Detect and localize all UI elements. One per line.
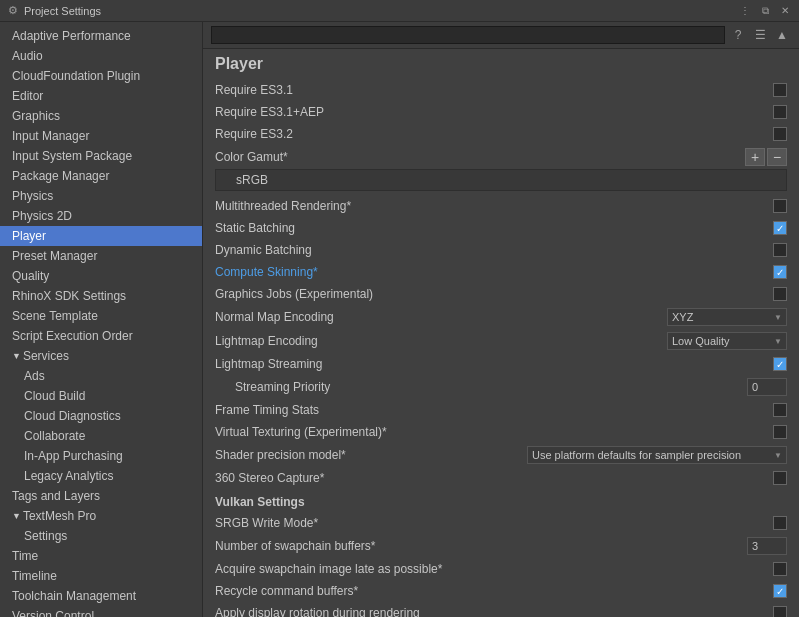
sidebar-item-label: CloudFoundation Plugin	[12, 69, 140, 83]
setting-label: Require ES3.1	[215, 83, 773, 97]
scroll-top-icon[interactable]: ▲	[773, 26, 791, 44]
sidebar-item-cloud-foundation-plugin[interactable]: CloudFoundation Plugin	[0, 66, 202, 86]
checkbox[interactable]: ✓	[773, 265, 787, 279]
sidebar-item-audio[interactable]: Audio	[0, 46, 202, 66]
sidebar-item-label: Legacy Analytics	[24, 469, 113, 483]
setting-row: Number of swapchain buffers*	[203, 534, 799, 558]
app-icon: ⚙	[6, 4, 20, 18]
checkbox[interactable]	[773, 471, 787, 485]
color-gamut-item: sRGB	[215, 169, 787, 191]
more-options-btn[interactable]: ⋮	[737, 3, 753, 19]
window-title: Project Settings	[24, 5, 737, 17]
setting-label: Streaming Priority	[215, 380, 747, 394]
setting-row: Frame Timing Stats	[203, 399, 799, 421]
sidebar-item-label: TextMesh Pro	[23, 509, 96, 523]
content-area: ? ☰ ▲ Player Require ES3.1Require ES3.1+…	[203, 22, 799, 617]
sidebar-item-rhinox-sdk-settings[interactable]: RhinoX SDK Settings	[0, 286, 202, 306]
layout-icon[interactable]: ☰	[751, 26, 769, 44]
setting-label: Graphics Jobs (Experimental)	[215, 287, 773, 301]
checkbox[interactable]	[773, 199, 787, 213]
sidebar-item-in-app-purchasing[interactable]: In-App Purchasing	[0, 446, 202, 466]
sidebar-item-label: Player	[12, 229, 46, 243]
remove-gamut-button[interactable]: −	[767, 148, 787, 166]
checkbox[interactable]: ✓	[773, 221, 787, 235]
checkbox[interactable]	[773, 243, 787, 257]
sidebar-item-services-header[interactable]: ▼Services	[0, 346, 202, 366]
sidebar-item-preset-manager[interactable]: Preset Manager	[0, 246, 202, 266]
vulkan-section-title: Vulkan Settings	[203, 489, 799, 512]
sidebar-item-timeline[interactable]: Timeline	[0, 566, 202, 586]
text-input[interactable]	[747, 537, 787, 555]
dropdown-value: XYZ	[672, 311, 693, 323]
sidebar-item-time[interactable]: Time	[0, 546, 202, 566]
sidebar-item-package-manager[interactable]: Package Manager	[0, 166, 202, 186]
sidebar-item-input-manager[interactable]: Input Manager	[0, 126, 202, 146]
maximize-btn[interactable]: ⧉	[757, 3, 773, 19]
close-btn[interactable]: ✕	[777, 3, 793, 19]
checkbox-require-es3.2[interactable]	[773, 127, 787, 141]
setting-row: SRGB Write Mode*	[203, 512, 799, 534]
sidebar-item-player[interactable]: Player	[0, 226, 202, 246]
sidebar-item-label: Input System Package	[12, 149, 132, 163]
sidebar-item-cloud-build[interactable]: Cloud Build	[0, 386, 202, 406]
setting-row: Shader precision model*Use platform defa…	[203, 443, 799, 467]
dropdown-field[interactable]: Use platform defaults for sampler precis…	[527, 446, 787, 464]
checkbox[interactable]	[773, 516, 787, 530]
sidebar-item-settings[interactable]: Settings	[0, 526, 202, 546]
expand-arrow-icon: ▼	[12, 511, 21, 521]
checkbox[interactable]	[773, 606, 787, 617]
setting-row: Multithreaded Rendering*	[203, 195, 799, 217]
sidebar-item-ads[interactable]: Ads	[0, 366, 202, 386]
dropdown-arrow-icon: ▼	[774, 451, 782, 460]
sidebar-item-collaborate[interactable]: Collaborate	[0, 426, 202, 446]
setting-label: Require ES3.1+AEP	[215, 105, 773, 119]
checkbox-require-es3.1[interactable]	[773, 83, 787, 97]
checkbox[interactable]	[773, 562, 787, 576]
setting-row: 360 Stereo Capture*	[203, 467, 799, 489]
setting-label: Static Batching	[215, 221, 773, 235]
color-gamut-header: Color Gamut*+−	[203, 145, 799, 169]
setting-label: Acquire swapchain image late as possible…	[215, 562, 773, 576]
checkbox[interactable]	[773, 287, 787, 301]
setting-row: Normal Map EncodingXYZ▼	[203, 305, 799, 329]
setting-row: Require ES3.2	[203, 123, 799, 145]
sidebar-item-quality[interactable]: Quality	[0, 266, 202, 286]
sidebar: Adaptive PerformanceAudioCloudFoundation…	[0, 22, 203, 617]
sidebar-item-adaptive-performance[interactable]: Adaptive Performance	[0, 26, 202, 46]
dropdown-field[interactable]: Low Quality▼	[667, 332, 787, 350]
add-gamut-button[interactable]: +	[745, 148, 765, 166]
checkbox[interactable]	[773, 425, 787, 439]
sidebar-item-toolchain-management[interactable]: Toolchain Management	[0, 586, 202, 606]
sidebar-item-label: Physics 2D	[12, 209, 72, 223]
sidebar-item-legacy-analytics[interactable]: Legacy Analytics	[0, 466, 202, 486]
sidebar-item-scene-template[interactable]: Scene Template	[0, 306, 202, 326]
help-icon[interactable]: ?	[729, 26, 747, 44]
sidebar-item-tags-and-layers[interactable]: Tags and Layers	[0, 486, 202, 506]
sidebar-item-physics-2d[interactable]: Physics 2D	[0, 206, 202, 226]
sidebar-item-version-control[interactable]: Version Control	[0, 606, 202, 617]
content-header: ? ☰ ▲	[203, 22, 799, 49]
search-input[interactable]	[211, 26, 725, 44]
sidebar-item-label: Services	[23, 349, 69, 363]
checkbox[interactable]	[773, 403, 787, 417]
setting-label: Compute Skinning*	[215, 265, 773, 279]
setting-row: Compute Skinning*✓	[203, 261, 799, 283]
sidebar-item-label: Cloud Diagnostics	[24, 409, 121, 423]
sidebar-item-physics[interactable]: Physics	[0, 186, 202, 206]
checkbox[interactable]: ✓	[773, 357, 787, 371]
sidebar-item-cloud-diagnostics[interactable]: Cloud Diagnostics	[0, 406, 202, 426]
setting-row: Apply display rotation during rendering	[203, 602, 799, 617]
sidebar-item-editor[interactable]: Editor	[0, 86, 202, 106]
sidebar-item-textmeshpro-header[interactable]: ▼TextMesh Pro	[0, 506, 202, 526]
settings-scroll-area[interactable]: Require ES3.1Require ES3.1+AEPRequire ES…	[203, 79, 799, 617]
text-input[interactable]	[747, 378, 787, 396]
sidebar-item-input-system-package[interactable]: Input System Package	[0, 146, 202, 166]
checkbox-require-es3.1+aep[interactable]	[773, 105, 787, 119]
checkbox[interactable]: ✓	[773, 584, 787, 598]
sidebar-item-script-execution-order[interactable]: Script Execution Order	[0, 326, 202, 346]
setting-label: Frame Timing Stats	[215, 403, 773, 417]
dropdown-field[interactable]: XYZ▼	[667, 308, 787, 326]
window-controls[interactable]: ⋮ ⧉ ✕	[737, 3, 793, 19]
setting-row: Dynamic Batching	[203, 239, 799, 261]
sidebar-item-graphics[interactable]: Graphics	[0, 106, 202, 126]
